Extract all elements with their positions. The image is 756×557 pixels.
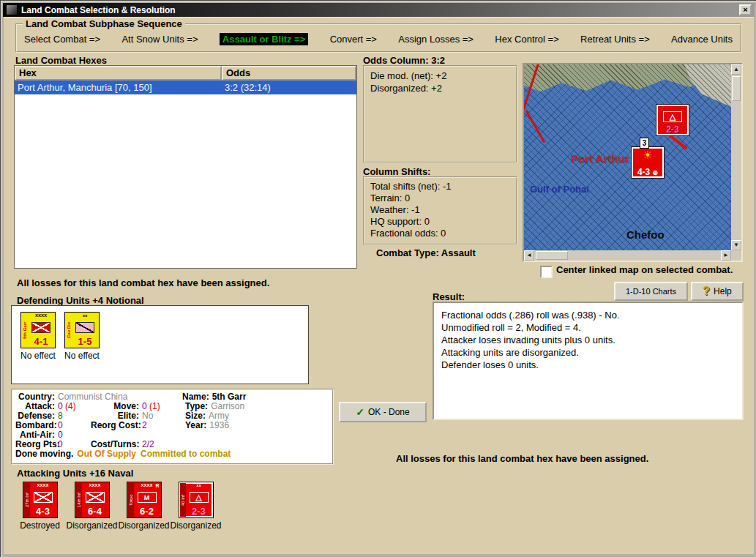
charts-button[interactable]: 1-D-10 Charts [614,282,688,301]
app-window: Land Combat Selection & Resolution × Lan… [0,0,756,557]
losses-assigned-message: All losses for this land combat hex have… [396,453,648,464]
ok-done-button[interactable]: ✓ OK - Done [339,402,427,422]
unit-strength: 4-1 [27,336,55,347]
defending-units-title: Defending Units +4 Notional [17,295,144,306]
militia-icon [138,492,157,503]
garrison-icon [31,322,50,333]
map-vertical-scrollbar[interactable]: ▲ ▼ [731,64,741,250]
unit-block: 14th Inf XXXX 6-4 Disorganized [66,482,118,531]
unit-size: xx [185,483,213,487]
status-out-of-supply: Out Of Supply [77,449,136,459]
shift-line: Weather: -1 [370,204,510,216]
status-done-moving: Done moving. [15,449,73,459]
result-line: Attacker loses invading units plus 0 uni… [441,334,735,346]
help-icon: ? [703,285,710,298]
hex-cell: Port Arthur, Manchuria [70, 150] [15,81,222,94]
scroll-up-button[interactable]: ▲ [731,64,741,75]
step-assign-losses: Assign Losses => [398,34,474,45]
marine-icon [190,492,209,503]
column-shifts-title: Column Shifts: [363,166,430,177]
column-header-odds[interactable]: Odds [222,66,356,81]
unit-status: Destroyed [20,520,60,531]
scroll-right-button[interactable]: ► [721,250,731,261]
unit-size: XXXX [81,483,109,487]
scroll-down-button[interactable]: ▼ [731,240,741,250]
unit-strength: 6-2 [133,506,161,517]
odds-cell: 3:2 (32:14) [222,81,356,94]
combat-type-label: Combat Type: Assault [376,247,476,258]
odds-line: Disorganized: +2 [370,82,510,94]
step-assault-or-blitz: Assault or Blitz => [220,33,308,45]
result-line: Attacking units are disorganized. [441,346,735,359]
map-label-port-arthur: Port Arthur [571,152,629,165]
map-label-gulf-of-pohai: Gulf of Pohai [530,184,589,195]
subphase-title: Land Combat Subphase Sequence [23,18,185,29]
odds-line: Die mod. (net): +2 [370,70,510,82]
window-content: Land Combat Subphase Sequence Select Com… [4,17,754,554]
title-bar: Land Combat Selection & Resolution × [3,3,755,17]
unit-counter[interactable]: 27th Inf XXXX 4-3 [23,482,58,518]
shift-line: HQ support: 0 [370,216,510,228]
shift-line: Total shifts (net): -1 [370,181,510,192]
map-rail-line [525,111,546,143]
attacking-units-title: Attacking Units +16 Naval [17,468,133,479]
unit-size: XXXX [29,483,57,487]
circle-plus-icon: ⊕ [653,169,659,176]
marine-icon [663,111,682,122]
unit-counter[interactable]: 40 Inf xx 2-3 [179,482,214,518]
stack-count-marker: 3 [640,138,649,149]
shift-line: Fractional odds: 0 [370,228,510,239]
shift-line: Terrain: 0 [370,192,510,204]
check-icon: ✓ [356,406,364,418]
unit-status: Disorganized [118,520,169,531]
scroll-left-button[interactable]: ◄ [524,250,534,261]
map-unit-counter-garrison[interactable]: ☀ 4-3 ⊕ [631,146,665,179]
unit-counter[interactable]: Cav Div xx 1-5 [64,312,100,348]
center-map-checkbox[interactable] [540,266,553,278]
result-line: Unmodified roll = 2, Modified = 4. [441,321,735,334]
unit-size: xx [71,313,99,318]
horizontal-scroll-thumb[interactable] [536,251,568,260]
center-map-label: Center linked map on selected combat. [556,264,733,275]
unit-strength: 4-3 ⊕ [632,167,664,177]
unit-block: Cav Div xx 1-5 No effect [61,312,102,361]
unit-counter[interactable]: 5th Garr XXXX 4-1 [20,312,56,348]
unit-status: No effect [20,351,56,361]
close-button[interactable]: × [739,4,752,15]
losses-assigned-message: All losses for this land combat hex have… [17,277,269,288]
result-line: Defender loses 0 units. [441,359,735,371]
cavalry-icon [75,322,94,333]
table-row[interactable]: Port Arthur, Manchuria [70, 150] 3:2 (32… [15,81,356,94]
unit-strength: 2-3 [185,506,213,517]
step-att-snow-units: Att Snow Units => [121,34,198,45]
unit-size: XXXX [27,313,55,318]
unit-block: 5th Garr XXXX 4-1 No effect [18,312,59,361]
unit-strength: 1-5 [71,336,99,347]
vertical-scroll-thumb[interactable] [732,76,741,101]
year-value: 1936 [206,421,229,430]
unit-strength: 4-3 [29,506,57,517]
column-shifts-panel: Total shifts (net): -1 Terrain: 0 Weathe… [363,176,517,245]
column-header-hex[interactable]: Hex [15,66,222,81]
map-label-chefoo: Chefoo [626,228,665,241]
infantry-icon [86,492,105,503]
map-horizontal-scrollbar[interactable]: ◄ ► [524,250,731,261]
unit-counter[interactable]: Tokyo XXXX R 6-2 [127,482,162,518]
reorg-cost-value: 2 [139,421,185,430]
subphase-sequence: Select Combat => Att Snow Units => Assau… [24,33,733,45]
subphase-groupbox: Land Combat Subphase Sequence Select Com… [15,23,741,53]
reorg-cost-label: Reorg Cost: [91,421,139,430]
combat-hexes-table: Hex Odds Port Arthur, Manchuria [70, 150… [14,65,357,269]
map-view[interactable]: Port Arthur Gulf of Pohai Chefoo 2-3 3 ☀… [524,64,731,250]
unit-status: No effect [64,351,100,361]
unit-block: 27th Inf XXXX 4-3 Destroyed [14,482,66,531]
help-label: Help [714,286,732,296]
hexes-title: Land Combat Hexes [15,55,107,66]
step-select-combat: Select Combat => [24,34,100,45]
odds-column-panel: Die mod. (net): +2 Disorganized: +2 [363,65,517,163]
unit-counter[interactable]: 14th Inf XXXX 6-4 [75,482,110,518]
map-unit-counter-marine[interactable]: 2-3 [656,104,689,136]
help-button[interactable]: ? Help [691,282,744,301]
status-committed: Committed to combat [141,449,231,459]
map-panel: Port Arthur Gulf of Pohai Chefoo 2-3 3 ☀… [523,63,743,262]
